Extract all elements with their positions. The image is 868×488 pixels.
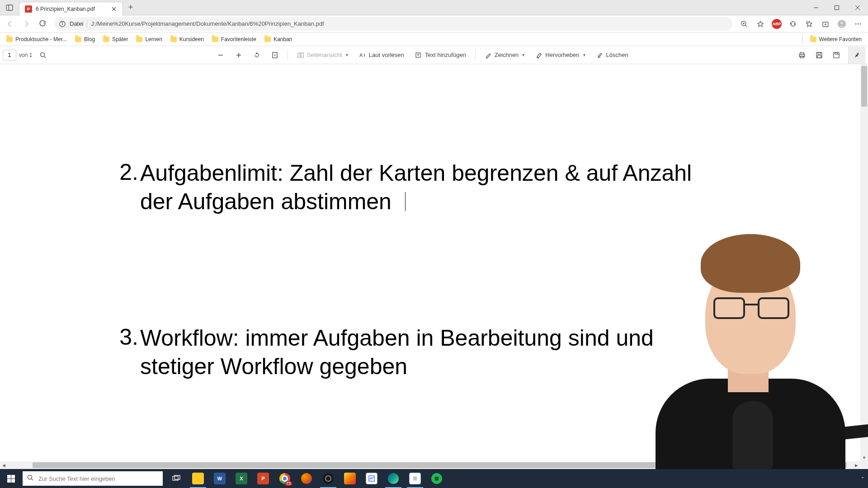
reload-button[interactable] [35,17,50,31]
svg-point-25 [41,52,45,56]
find-button[interactable] [35,48,51,62]
svg-rect-45 [817,56,821,58]
svg-rect-50 [173,476,178,480]
erase-button[interactable]: Löschen [592,48,633,62]
label: Zeichnen [495,52,519,58]
svg-point-22 [855,23,857,24]
bookmark-item[interactable]: Produktsuche - Mer... [3,35,71,44]
draw-button[interactable]: Zeichnen▾ [480,48,529,62]
svg-point-21 [840,22,843,24]
zoom-out-button[interactable] [212,48,229,62]
folder-icon [103,37,109,42]
vertical-scrollbar[interactable]: ▲ ▼ [860,64,868,461]
pdf-page[interactable]: 2. Aufgabenlimit: Zahl der Karten begren… [0,64,860,461]
tab-close-icon[interactable] [111,6,117,12]
read-aloud-button[interactable]: ALaut vorlesen [354,48,409,62]
item-text: Aufgabenlimit: Zahl der Karten begrenzen… [140,159,710,216]
svg-rect-47 [835,52,837,54]
search-icon [27,474,34,483]
word-icon[interactable]: W [209,469,231,488]
pdf-toolbar: von 1 Seitenansicht▾ ALaut vorlesen Text… [0,46,868,64]
app-icon-2[interactable] [361,469,382,488]
minimize-button[interactable] [806,0,826,15]
browser-tab-active[interactable]: P 6 Prinzipien_Kanban.pdf [19,2,123,15]
separator [87,20,87,28]
highlight-button[interactable]: Hervorheben▾ [531,48,590,62]
app-icon-1[interactable] [339,469,361,488]
bookmarks-bar: Produktsuche - Mer... Blog Später Lernen… [0,33,868,46]
label: Löschen [606,52,628,58]
back-button[interactable] [3,17,17,31]
svg-rect-51 [175,475,180,479]
firefox-icon[interactable] [296,469,317,488]
zoom-icon[interactable] [737,17,751,31]
chrome-icon[interactable]: 73 [274,469,296,488]
forward-button[interactable] [19,17,33,31]
bookmark-item[interactable]: Blog [71,35,99,44]
taskbar-search[interactable]: Zur Suche Text hier eingeben [23,471,163,486]
bookmark-label: Blog [84,36,95,42]
bookmark-item[interactable]: Kanban [261,35,296,44]
pin-toolbar-button[interactable] [848,47,865,64]
obs-icon[interactable] [317,469,339,488]
horizontal-scrollbar[interactable]: ◀ ▶ [0,461,860,469]
protocol-label: Datei [70,20,83,27]
folder-icon [810,37,816,42]
add-favorite-icon[interactable] [753,17,768,31]
powerpoint-icon[interactable]: P [252,469,274,488]
excel-icon[interactable]: X [231,469,252,488]
address-bar: Datei J:/Meine%20Kurse/Projektmanagement… [0,15,868,33]
vertical-tabs-button[interactable] [0,0,19,15]
spotify-icon[interactable] [426,469,448,488]
page-view-button[interactable]: Seitenansicht▾ [292,48,353,62]
profile-icon[interactable] [835,17,849,31]
maximize-button[interactable] [826,0,847,15]
scroll-thumb[interactable] [33,462,847,468]
bookmark-item[interactable]: Favoritenleiste [208,35,260,44]
save-button[interactable] [811,48,827,62]
scroll-down-arrow[interactable]: ▼ [860,454,868,461]
bookmark-item[interactable]: Lernen [132,35,165,44]
url-field[interactable]: Datei J:/Meine%20Kurse/Projektmanagement… [54,17,732,31]
file-explorer-icon[interactable] [187,469,209,488]
favorites-icon[interactable] [802,17,816,31]
new-tab-button[interactable]: + [123,0,138,15]
print-button[interactable] [794,48,810,62]
more-favorites[interactable]: Weitere Favoriten [807,35,865,44]
bookmark-label: Favoritenleiste [221,36,256,42]
collections-icon[interactable] [818,17,833,31]
zoom-in-button[interactable] [231,48,247,62]
label: Seitenansicht [307,52,342,58]
edge-icon[interactable] [382,469,404,488]
add-text-button[interactable]: Text hinzufügen [410,48,471,62]
label: Hervorheben [545,52,579,58]
menu-icon[interactable] [851,17,865,31]
titlebar: P 6 Prinzipien_Kanban.pdf + [0,0,868,15]
scroll-corner [860,461,868,469]
bookmark-item[interactable]: Kursideen [167,35,208,44]
notepad-icon[interactable] [404,469,426,488]
svg-line-12 [745,25,747,27]
save-as-button[interactable] [828,48,844,62]
rotate-button[interactable] [249,48,265,62]
bookmark-item[interactable]: Später [99,35,132,44]
url-text: J:/Meine%20Kurse/Projektmanagement/Dokum… [91,20,728,27]
task-icons: W X P 73 [165,469,448,488]
tab-title: 6 Prinzipien_Kanban.pdf [36,6,107,12]
svg-rect-5 [835,6,839,10]
fit-page-button[interactable] [267,48,283,62]
label: Laut vorlesen [369,52,404,58]
scroll-left-arrow[interactable]: ◀ [0,461,8,469]
bookmark-label: Weitere Favoriten [819,36,862,42]
scroll-right-arrow[interactable]: ▶ [853,461,860,469]
page-number-input[interactable] [3,50,16,61]
tray-expand-icon[interactable]: ⌃ [861,476,864,481]
task-view-button[interactable] [165,469,187,488]
sync-icon[interactable] [786,17,800,31]
abp-extension-icon[interactable]: ABP [769,17,784,31]
start-button[interactable] [0,469,22,488]
system-tray[interactable]: ⌃ [861,476,868,481]
scroll-thumb[interactable] [861,66,867,107]
text-cursor [405,192,406,211]
close-window-button[interactable] [847,0,868,15]
